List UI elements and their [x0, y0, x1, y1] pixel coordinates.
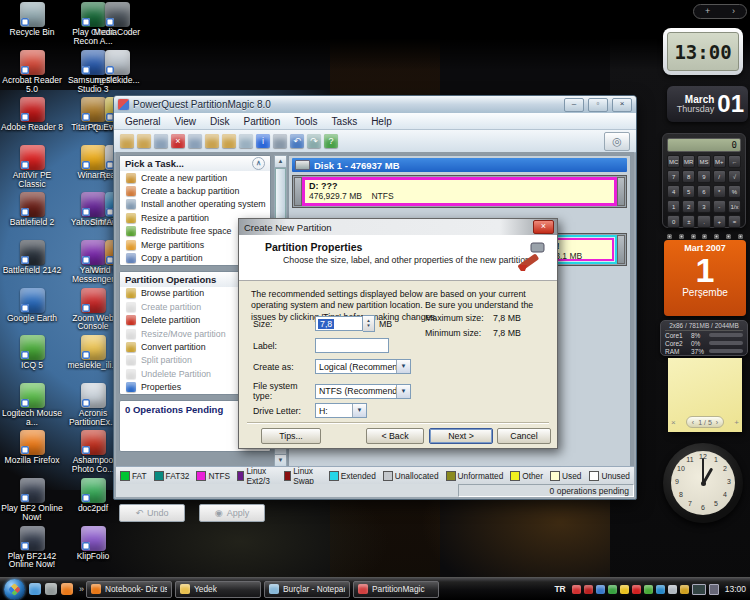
quick-launch-icon[interactable] — [45, 583, 57, 595]
toolbar-icon[interactable] — [137, 134, 151, 148]
note-add-icon[interactable]: + — [734, 418, 739, 427]
calculator-key[interactable]: 9 — [697, 170, 710, 183]
desktop-icon[interactable]: Mozilla Firefox — [1, 430, 63, 478]
disk1-partition-d[interactable]: D: ??? 476,929.7 MB NTFS — [302, 177, 617, 206]
next-button[interactable]: Next > — [429, 428, 493, 444]
sidebar-add-gadget-icon[interactable]: + — [705, 7, 710, 16]
desktop-icon[interactable]: Acrobat Reader 5.0 — [1, 50, 63, 98]
calculator-key[interactable]: M+ — [713, 155, 726, 168]
desktop-icon[interactable]: Google Earth — [1, 288, 63, 336]
toolbar-icon[interactable] — [120, 134, 134, 148]
calculator-key[interactable]: 4 — [667, 185, 680, 198]
menu-item[interactable]: Disk — [203, 116, 236, 127]
scroll-up-icon[interactable]: ▲ — [275, 156, 286, 168]
calculator-key[interactable]: √ — [728, 170, 741, 183]
taskbar-button[interactable]: PartitionMagic — [353, 581, 439, 598]
note-pager[interactable]: ‹ 1 / 5 › — [686, 416, 724, 428]
taskbar-button[interactable]: Notebook- Diz üstü ... — [86, 581, 172, 598]
calculator-key[interactable]: 6 — [697, 185, 710, 198]
tray-icon[interactable] — [572, 585, 581, 594]
analog-clock-gadget[interactable]: 121234567891011 — [663, 443, 743, 523]
toolbar-icon[interactable]: ↷ — [307, 134, 321, 148]
calculator-key[interactable]: + — [713, 215, 726, 228]
calculator-key[interactable]: MC — [667, 155, 680, 168]
file-system-select[interactable]: NTFS (Recommended) ▼ — [315, 384, 411, 399]
calculator-key[interactable]: . — [697, 215, 710, 228]
task-list-item[interactable]: Create a new partition — [120, 171, 270, 184]
drive-letter-select[interactable]: H: ▼ — [315, 403, 367, 418]
minimize-button[interactable]: – — [564, 98, 584, 112]
calculator-key[interactable]: - — [713, 200, 726, 213]
calculator-key[interactable]: / — [713, 170, 726, 183]
calculator-key[interactable]: MS — [697, 155, 710, 168]
toolbar-icon[interactable]: × — [171, 134, 185, 148]
calculator-key[interactable]: 2 — [682, 200, 695, 213]
menu-item[interactable]: Tools — [287, 116, 324, 127]
create-as-select[interactable]: Logical (Recommended) ▼ — [315, 359, 411, 374]
toolbar-icon[interactable] — [273, 134, 287, 148]
tray-icon[interactable] — [680, 585, 689, 594]
taskbar-button[interactable]: Yedek — [175, 581, 261, 598]
tray-clock[interactable]: 13:00 — [725, 584, 746, 594]
toolbar-icon[interactable] — [222, 134, 236, 148]
menu-item[interactable]: Tasks — [325, 116, 365, 127]
desktop-icon[interactable]: MediaCoder — [86, 2, 148, 50]
desktop-icon[interactable]: Battlefield 2 — [1, 192, 63, 240]
system-meter-gadget[interactable]: 2x86 / 781MB / 2044MB Core1 8% Core2 0% … — [660, 320, 748, 356]
toolbar-icon[interactable]: ↶ — [290, 134, 304, 148]
note-prev-icon[interactable]: ‹ — [692, 419, 694, 426]
quick-launch-more-icon[interactable]: » — [77, 584, 86, 594]
tray-icon[interactable] — [656, 585, 665, 594]
sticky-note-gadget[interactable]: × ‹ 1 / 5 › + — [668, 358, 742, 432]
calendar-gadget[interactable]: Mart 2007 1 Perşembe — [664, 232, 746, 316]
volume-icon[interactable] — [709, 584, 719, 595]
desktop-icon[interactable]: Play BF2 Online Now! — [1, 478, 63, 526]
calculator-key[interactable]: 7 — [667, 170, 680, 183]
digital-clock-gadget[interactable]: 13:00 — [663, 28, 743, 75]
tray-icon[interactable] — [644, 585, 653, 594]
menu-item[interactable]: Help — [364, 116, 399, 127]
calculator-gadget[interactable]: 0 MCMRMSM+←789/√456*%123-1/x0±.+= — [662, 133, 746, 228]
tips-button[interactable]: Tips... — [261, 428, 321, 444]
toolbar-icon[interactable] — [205, 134, 219, 148]
date-gadget[interactable]: March Thursday 01 — [667, 86, 748, 122]
tray-icon[interactable] — [584, 585, 593, 594]
display-settings-icon[interactable] — [692, 584, 706, 595]
size-input[interactable]: 7,8 — [315, 316, 363, 331]
quick-launch-icon[interactable] — [29, 583, 41, 595]
taskbar-button[interactable]: Burçlar - Notepad — [264, 581, 350, 598]
size-spinner[interactable]: ▲▼ — [363, 315, 375, 332]
sidebar-control-bar[interactable]: + › — [693, 4, 747, 19]
maximize-button[interactable]: ▫ — [588, 98, 608, 112]
task-list-item[interactable]: Install another operating system — [120, 198, 270, 211]
calculator-key[interactable]: % — [728, 185, 741, 198]
dialog-close-button[interactable]: × — [533, 220, 554, 234]
calculator-key[interactable]: 1 — [667, 200, 680, 213]
combo-arrow-icon[interactable]: ▼ — [396, 385, 410, 398]
menu-item[interactable]: View — [168, 116, 204, 127]
apply-button[interactable]: ◉ Apply — [199, 504, 265, 522]
menu-item[interactable]: Partition — [237, 116, 288, 127]
desktop-icon[interactable]: AntiVir PE Classic — [1, 145, 63, 193]
toolbar-icon[interactable]: ? — [324, 134, 338, 148]
dialog-titlebar[interactable]: Create New Partition × — [239, 219, 557, 235]
calculator-key[interactable]: MR — [682, 155, 695, 168]
start-button[interactable] — [4, 579, 25, 600]
combo-arrow-icon[interactable]: ▼ — [352, 404, 366, 417]
sidebar-nav-icon[interactable]: › — [732, 7, 735, 16]
calculator-key[interactable]: 8 — [682, 170, 695, 183]
tray-icon[interactable] — [608, 585, 617, 594]
tray-icon[interactable] — [596, 585, 605, 594]
desktop-icon[interactable]: Play BF2142 Online Now! — [1, 526, 63, 574]
pm-titlebar[interactable]: PowerQuest PartitionMagic 8.0 – ▫ × — [114, 96, 636, 113]
desktop-icon[interactable]: Battlefield 2142 — [1, 240, 63, 288]
back-button[interactable]: < Back — [366, 428, 424, 444]
toolbar-icon[interactable]: i — [256, 134, 270, 148]
toolbar-icon[interactable] — [239, 134, 253, 148]
desktop-icon[interactable]: ICQ 5 — [1, 335, 63, 383]
calculator-key[interactable]: * — [713, 185, 726, 198]
calculator-key[interactable]: = — [728, 215, 741, 228]
desktop-icon[interactable]: meslekide... — [86, 50, 148, 98]
desktop-icon[interactable]: KlipFolio — [62, 526, 124, 574]
desktop-icon[interactable]: Recycle Bin — [1, 2, 63, 50]
